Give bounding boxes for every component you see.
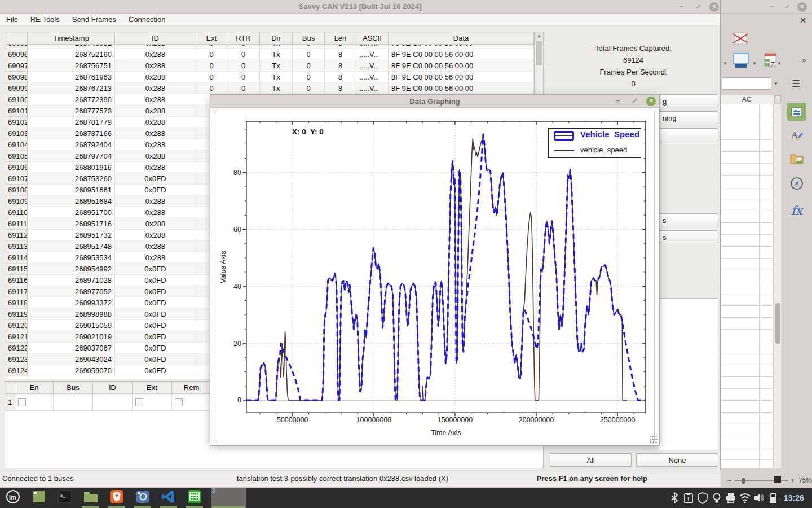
- menu-re-tools[interactable]: RE Tools: [24, 14, 66, 26]
- column-header-data[interactable]: Data: [389, 32, 534, 44]
- calc-icon[interactable]: [185, 488, 204, 508]
- functions-icon[interactable]: fx: [787, 202, 806, 220]
- scrollbar-thumb[interactable]: [536, 41, 542, 65]
- wifi-icon[interactable]: [739, 492, 751, 504]
- legend-entry[interactable]: vehicle_speed: [549, 143, 641, 158]
- overflow-chevron-icon[interactable]: »: [802, 55, 806, 64]
- frame-row-69095[interactable]: 690952687469510x28800Tx08.....V..79 9E C…: [5, 45, 534, 49]
- calc-restore-button[interactable]: ⤢: [783, 2, 792, 12]
- frames-table-header[interactable]: TimestampIDExtRTRDirBusLenASCIIData: [5, 32, 534, 45]
- scroll-up-icon[interactable]: ▲: [535, 32, 543, 40]
- cell: 268993372: [28, 297, 115, 309]
- styles-icon[interactable]: A: [787, 128, 806, 146]
- filter-id-list[interactable]: [659, 298, 718, 450]
- filter-all-button[interactable]: All: [550, 453, 632, 467]
- frame-row-69096[interactable]: 690962687521600x28800Tx08.....V..8F 9E C…: [5, 49, 534, 60]
- window-group-button[interactable]: 3: [211, 488, 246, 508]
- chart-legend[interactable]: Vehicle_Speed vehicle_speed: [548, 128, 641, 158]
- bluetooth-icon[interactable]: [668, 492, 681, 504]
- column-header-len[interactable]: Len: [325, 32, 356, 44]
- scroll-split-button[interactable]: –: [774, 95, 781, 102]
- battery-icon[interactable]: [767, 492, 779, 504]
- legend-entry[interactable]: Vehicle_Speed: [549, 129, 641, 143]
- filter-column-id[interactable]: ID: [93, 382, 133, 393]
- graph-close-button[interactable]: ✕: [646, 97, 656, 106]
- zoom-out-icon[interactable]: −: [727, 476, 731, 484]
- column-header-id[interactable]: ID: [115, 32, 196, 44]
- calc-name-box[interactable]: [722, 77, 771, 90]
- frame-row-69099[interactable]: 690992687672130x28800Tx08.....V..8F 9E C…: [5, 83, 534, 94]
- filter-checkbox[interactable]: [175, 398, 183, 406]
- savvycan-titlebar[interactable]: Savvy CAN V213 [Built Jul 10 2024] – ⤢ ✕: [0, 0, 720, 14]
- screenshot-icon[interactable]: [133, 488, 152, 508]
- filter-column-en[interactable]: En: [15, 382, 54, 393]
- cell: 268954992: [28, 264, 115, 275]
- filter-cell[interactable]: [93, 394, 133, 410]
- dropdown-arrow-icon[interactable]: ▼: [723, 61, 727, 66]
- clipboard-alert-icon[interactable]: !: [682, 492, 695, 504]
- navigator-icon[interactable]: [787, 177, 806, 195]
- close-toolbar-icon[interactable]: ✕: [797, 15, 809, 25]
- show-desktop-icon[interactable]: [29, 488, 48, 508]
- filter-cell[interactable]: [133, 394, 172, 410]
- filter-cell[interactable]: [172, 394, 211, 410]
- brave-icon[interactable]: [107, 488, 126, 508]
- menu-connection[interactable]: Connection: [122, 14, 172, 26]
- frame-row-69097[interactable]: 690972687567510x28800Tx08.....V..8F 9E C…: [5, 60, 534, 72]
- menu-file[interactable]: File: [0, 14, 24, 26]
- minimize-button[interactable]: –: [677, 2, 686, 12]
- calc-minimize-button[interactable]: –: [767, 2, 776, 12]
- dropdown-arrow-icon[interactable]: ▼: [752, 61, 757, 66]
- scrollbar-thumb[interactable]: [775, 303, 780, 344]
- filter-cell[interactable]: [15, 394, 54, 410]
- shield-icon[interactable]: [696, 492, 709, 504]
- clock[interactable]: 13:26: [784, 488, 804, 508]
- chart-area[interactable]: 5000000010000000015000000020000000025000…: [215, 111, 655, 441]
- filter-checkbox[interactable]: [18, 398, 26, 406]
- speed-chart[interactable]: 5000000010000000015000000020000000025000…: [215, 111, 654, 441]
- namebox-dropdown-icon[interactable]: ▼: [774, 81, 778, 86]
- filter-column-rem[interactable]: Rem: [172, 382, 211, 393]
- window-resize-grip[interactable]: [649, 435, 657, 443]
- zoom-percentage[interactable]: 75%: [798, 476, 812, 484]
- filter-cell[interactable]: [54, 394, 93, 410]
- volume-icon[interactable]: [753, 492, 765, 504]
- calc-column-header[interactable]: AC: [720, 95, 774, 104]
- properties-icon[interactable]: [787, 103, 806, 121]
- zoom-in-icon[interactable]: +: [791, 476, 795, 484]
- column-header-bus[interactable]: Bus: [293, 32, 325, 44]
- menu-icon[interactable]: ☰: [792, 78, 800, 90]
- column-header-dir[interactable]: Dir: [260, 32, 293, 44]
- frame-row-69098[interactable]: 690982687619630x28800Tx08.....V..8F 9E C…: [5, 72, 534, 83]
- close-button[interactable]: ✕: [709, 2, 719, 12]
- column-header-ascii[interactable]: ASCII: [356, 32, 389, 44]
- graph-restore-button[interactable]: ⤢: [630, 97, 639, 106]
- lightbulb-icon[interactable]: [710, 492, 723, 504]
- calc-close-button[interactable]: ✕: [797, 2, 807, 12]
- column-header-ext[interactable]: Ext: [196, 32, 227, 44]
- split-table-icon[interactable]: [732, 31, 749, 47]
- zoom-slider-thumb[interactable]: [742, 478, 745, 484]
- mint-menu-icon[interactable]: lm: [3, 488, 23, 508]
- printer-icon[interactable]: [725, 492, 737, 504]
- calc-vertical-scrollbar[interactable]: [774, 104, 781, 468]
- graph-titlebar[interactable]: Data Graphing – ⤢ ✕: [210, 95, 659, 108]
- restore-button[interactable]: ⤢: [694, 2, 703, 12]
- calc-titlebar[interactable]: – ⤢ ✕: [720, 0, 812, 14]
- calc-grid[interactable]: [720, 104, 774, 468]
- filter-column-ext[interactable]: Ext: [133, 382, 172, 393]
- filter-column-bus[interactable]: Bus: [54, 382, 93, 393]
- graph-minimize-button[interactable]: –: [613, 97, 623, 106]
- terminal-icon[interactable]: $_: [55, 488, 74, 508]
- vscode-icon[interactable]: [159, 488, 178, 508]
- column-header-timestamp[interactable]: Timestamp: [28, 32, 115, 44]
- show-formula-icon[interactable]: ≠: [762, 52, 780, 69]
- column-header-rtr[interactable]: RTR: [227, 32, 260, 44]
- menu-send-frames[interactable]: Send Frames: [66, 14, 122, 26]
- gallery-icon[interactable]: [787, 152, 806, 170]
- files-icon[interactable]: [81, 488, 100, 508]
- dropdown-arrow-icon[interactable]: ▼: [777, 61, 782, 66]
- filter-checkbox[interactable]: [135, 398, 143, 406]
- filter-none-button[interactable]: None: [636, 453, 718, 467]
- headers-footers-icon[interactable]: [732, 52, 750, 69]
